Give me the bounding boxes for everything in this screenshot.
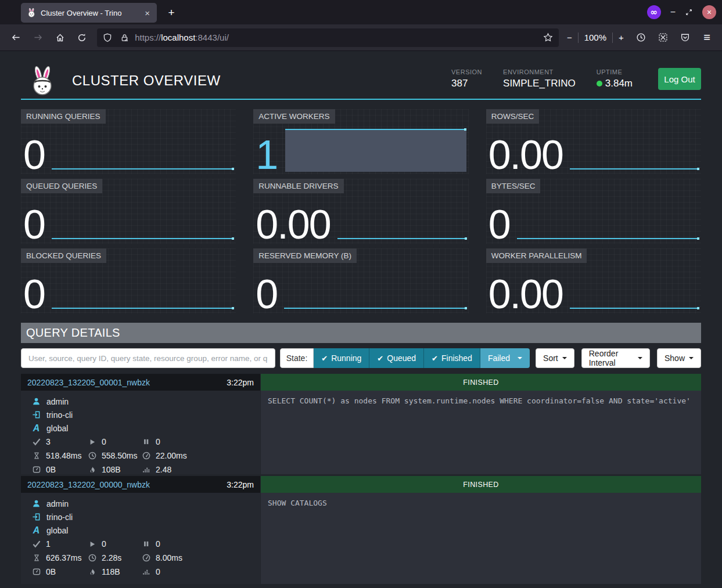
page-title: CLUSTER OVERVIEW (72, 73, 221, 89)
check-icon: ✔ (321, 354, 328, 363)
queued-splits: 0 (156, 539, 160, 549)
stat-label: ROWS/SEC (486, 109, 540, 124)
check-icon: ✔ (377, 354, 383, 363)
stat-value: 0.00 (488, 139, 563, 172)
sparkline-filled (285, 129, 466, 172)
peak-memory-fire-icon (89, 568, 96, 576)
zoom-in-button[interactable]: + (619, 33, 624, 42)
reload-button[interactable] (73, 28, 91, 47)
current-memory-scale-icon (33, 466, 41, 473)
sparkline (570, 308, 699, 309)
state-failed-dropdown[interactable]: Failed (480, 348, 530, 368)
query-time: 3:22pm (227, 378, 254, 387)
state-filter-label: State: (280, 348, 314, 368)
private-browsing-icon: ∞ (647, 5, 661, 19)
state-running-button[interactable]: ✔Running (314, 348, 369, 368)
uptime-label: UPTIME (597, 68, 633, 75)
stat-value: 0.00 (488, 278, 563, 311)
completed-splits-icon (33, 540, 41, 547)
window-minimize-button[interactable]: − (670, 7, 676, 17)
new-tab-button[interactable]: + (164, 5, 179, 20)
reorder-interval-dropdown[interactable]: Reorder Interval (581, 348, 650, 368)
query-list: 20220823_132205_00001_nwbzk 3:22pm FINIS… (21, 374, 701, 584)
stat-value: 0 (23, 278, 45, 311)
query-user: admin (46, 499, 69, 508)
pocket-button[interactable] (676, 28, 694, 47)
uptime-value: 3.84m (605, 78, 633, 89)
trino-cluster-overview-page: CLUSTER OVERVIEW VERSION 387 ENVIRONMENT… (0, 51, 722, 588)
query-row-header: 20220823_132202_00000_nwbzk 3:22pm FINIS… (21, 476, 701, 493)
state-filter-group: State: ✔Running ✔Queued ✔Finished Failed (280, 348, 530, 368)
tab-close-icon[interactable]: × (143, 8, 151, 18)
peak-memory: 108B (102, 465, 121, 474)
queued-splits-icon (143, 438, 149, 445)
browser-tab[interactable]: Cluster Overview - Trino × (21, 3, 157, 23)
resource-group-icon: A (31, 423, 41, 434)
lock-warning-icon[interactable] (120, 33, 129, 42)
uptime-stat: UPTIME 3.84m (597, 68, 633, 89)
logout-button[interactable]: Log Out (658, 68, 701, 90)
home-button[interactable] (51, 28, 70, 47)
source-login-icon (32, 513, 41, 521)
query-sql-text: SELECT COUNT(*) as nodes FROM system.run… (261, 391, 701, 474)
stat-card-blocked-queries: BLOCKED QUERIES 0 (21, 248, 236, 313)
version-value: 387 (451, 78, 482, 89)
sparkline (52, 238, 234, 239)
url-path: :8443/ui/ (195, 33, 229, 42)
stat-value: 0 (23, 208, 45, 241)
stat-value: 0.00 (256, 208, 330, 241)
running-splits-icon (89, 438, 96, 446)
query-row: admin trino-cli Aglobal 1 0 0 626.37ms 2… (21, 493, 701, 584)
sort-dropdown[interactable]: Sort (536, 348, 574, 368)
window-maximize-button[interactable] (685, 8, 693, 16)
sparkline (284, 308, 466, 309)
stat-card-running-queries: RUNNING QUERIES 0 (21, 109, 236, 174)
cumulative-memory: 0 (156, 567, 160, 576)
trino-favicon (27, 8, 36, 17)
query-id-link[interactable]: 20220823_132202_00000_nwbzk (27, 480, 150, 489)
bookmark-star-icon[interactable] (543, 33, 553, 42)
back-button[interactable] (7, 28, 26, 47)
cpu-time-gauge-icon (142, 554, 150, 562)
history-button[interactable] (632, 28, 651, 47)
version-label: VERSION (451, 68, 482, 75)
query-resource-group: global (46, 526, 68, 535)
stat-label: ACTIVE WORKERS (253, 109, 335, 124)
query-search-input[interactable] (21, 348, 275, 368)
chevron-down-icon (562, 357, 567, 359)
state-queued-button[interactable]: ✔Queued (369, 348, 424, 368)
zoom-out-button[interactable]: − (567, 33, 572, 42)
running-splits-icon (89, 540, 96, 548)
tracking-shield-icon[interactable] (103, 33, 112, 42)
uptime-status-dot (597, 81, 602, 86)
check-icon: ✔ (432, 354, 438, 363)
total-time: 2.28s (102, 553, 121, 562)
query-status-badge: FINISHED (261, 476, 701, 493)
stat-value: 0 (23, 139, 45, 172)
url-host: localhost (161, 33, 195, 42)
back-icon (11, 33, 21, 42)
queued-splits: 0 (156, 437, 160, 446)
url-bar[interactable]: https://localhost:8443/ui/ (97, 28, 559, 47)
forward-button[interactable] (29, 28, 48, 47)
state-finished-button[interactable]: ✔Finished (424, 348, 480, 368)
menu-button[interactable]: ≡ (698, 28, 716, 47)
zoom-level[interactable]: 100% (584, 33, 606, 42)
current-memory: 0B (46, 567, 56, 576)
user-icon (32, 397, 41, 406)
completed-splits-icon (33, 438, 41, 445)
running-splits: 0 (102, 539, 106, 549)
query-id-link[interactable]: 20220823_132205_00001_nwbzk (27, 378, 150, 387)
url-text: https://localhost:8443/ui/ (135, 33, 543, 42)
screenshot-button[interactable] (654, 28, 673, 47)
query-resource-group: global (46, 424, 68, 433)
window-close-button[interactable]: × (702, 5, 716, 19)
stat-value: 0 (488, 208, 510, 241)
completed-splits: 3 (46, 437, 51, 446)
total-time-clock-icon (88, 452, 96, 460)
show-dropdown[interactable]: Show (657, 348, 701, 368)
total-time: 558.50ms (102, 451, 137, 460)
trino-bunny-logo (29, 66, 56, 96)
user-icon (32, 499, 41, 508)
sparkline (337, 238, 466, 239)
